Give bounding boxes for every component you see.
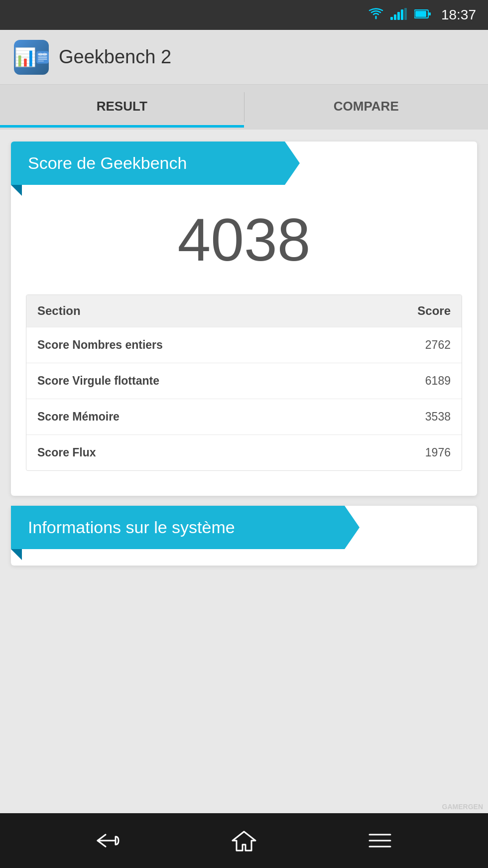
svg-rect-7 bbox=[429, 12, 431, 15]
system-banner-container: Informations sur le système bbox=[11, 506, 477, 549]
row-score-3: 1976 bbox=[401, 446, 451, 459]
row-score-0: 2762 bbox=[401, 338, 451, 352]
row-section-2: Score Mémoire bbox=[37, 410, 401, 424]
svg-rect-11 bbox=[38, 57, 47, 58]
signal-icon bbox=[390, 8, 407, 22]
score-banner: Score de Geekbench bbox=[11, 142, 300, 185]
battery-icon bbox=[414, 9, 431, 21]
app-title: Geekbench 2 bbox=[59, 46, 171, 68]
score-banner-text: Score de Geekbench bbox=[28, 153, 187, 172]
table-row: Score Flux 1976 bbox=[26, 434, 462, 470]
table-header: Section Score bbox=[26, 295, 462, 327]
tabs: RESULT COMPARE bbox=[0, 85, 488, 130]
system-info-card: Informations sur le système bbox=[11, 506, 477, 566]
tab-compare[interactable]: COMPARE bbox=[244, 85, 488, 130]
nav-bar bbox=[0, 813, 488, 868]
status-bar: 18:37 bbox=[0, 0, 488, 30]
main-content: Score de Geekbench 4038 Section Score Sc… bbox=[0, 130, 488, 578]
row-section-3: Score Flux bbox=[37, 446, 401, 459]
row-score-2: 3538 bbox=[401, 410, 451, 424]
status-time: 18:37 bbox=[441, 7, 476, 23]
system-banner-text: Informations sur le système bbox=[28, 518, 235, 537]
ribbon-fold bbox=[11, 185, 22, 196]
app-icon bbox=[14, 40, 49, 75]
svg-rect-0 bbox=[390, 17, 393, 20]
app-header: Geekbench 2 bbox=[0, 30, 488, 85]
score-banner-container: Score de Geekbench bbox=[11, 142, 477, 185]
watermark: GAMERGEN bbox=[442, 803, 483, 811]
main-score: 4038 bbox=[31, 210, 457, 270]
svg-rect-10 bbox=[38, 55, 47, 56]
system-ribbon-fold bbox=[11, 549, 22, 560]
score-card: Score de Geekbench 4038 Section Score Sc… bbox=[11, 142, 477, 496]
row-section-1: Score Virgule flottante bbox=[37, 374, 401, 388]
wifi-icon bbox=[368, 7, 383, 23]
back-button[interactable] bbox=[88, 826, 128, 856]
svg-rect-1 bbox=[394, 14, 396, 20]
header-section: Section bbox=[37, 304, 401, 318]
table-row: Score Virgule flottante 6189 bbox=[26, 363, 462, 399]
score-section: 4038 bbox=[11, 185, 477, 289]
row-section-0: Score Nombres entiers bbox=[37, 338, 401, 352]
header-score: Score bbox=[401, 304, 451, 318]
svg-rect-2 bbox=[397, 12, 400, 20]
svg-rect-13 bbox=[38, 60, 44, 61]
scores-table: Section Score Score Nombres entiers 2762… bbox=[26, 294, 462, 471]
svg-rect-3 bbox=[401, 9, 403, 20]
svg-rect-6 bbox=[415, 11, 426, 17]
table-row: Score Nombres entiers 2762 bbox=[26, 327, 462, 363]
home-button[interactable] bbox=[224, 826, 264, 856]
svg-rect-4 bbox=[404, 8, 407, 20]
svg-rect-12 bbox=[38, 59, 47, 60]
row-score-1: 6189 bbox=[401, 374, 451, 388]
menu-button[interactable] bbox=[360, 826, 400, 856]
table-row: Score Mémoire 3538 bbox=[26, 399, 462, 434]
system-banner: Informations sur le système bbox=[11, 506, 360, 549]
tab-result[interactable]: RESULT bbox=[0, 85, 244, 130]
